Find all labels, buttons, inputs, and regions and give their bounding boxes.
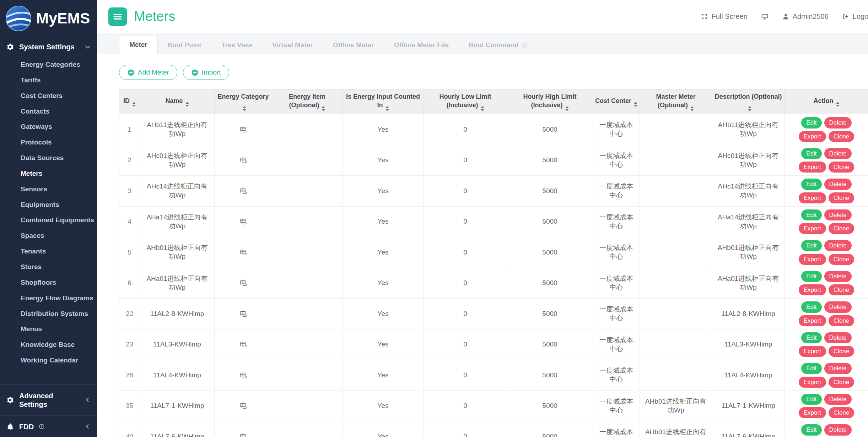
edit-button[interactable]: Edit	[801, 271, 821, 282]
clone-button[interactable]: Clone	[829, 284, 854, 295]
sidebar-item-stores[interactable]: Stores	[0, 259, 97, 275]
sidebar-item-equipments[interactable]: Equipments	[0, 197, 97, 213]
delete-button[interactable]: Delete	[824, 117, 852, 128]
tab-virtual-meter[interactable]: Virtual Meter	[262, 36, 323, 54]
cell-low-limit: 0	[424, 237, 507, 268]
sidebar-item-menus[interactable]: Menus	[0, 321, 97, 337]
clone-button[interactable]: Clone	[829, 162, 854, 173]
sidebar-item-tenants[interactable]: Tenants	[0, 244, 97, 259]
sidebar-item-spaces[interactable]: Spaces	[0, 228, 97, 244]
clone-button[interactable]: Clone	[829, 254, 854, 265]
export-button[interactable]: Export	[799, 407, 826, 418]
sidebar-item-sensors[interactable]: Sensors	[0, 181, 97, 197]
export-button[interactable]: Export	[799, 131, 826, 142]
display-button[interactable]	[761, 13, 769, 20]
tab-meter[interactable]: Meter	[119, 35, 158, 54]
sidebar-item-combined-equipments[interactable]: Combined Equipments	[0, 212, 97, 228]
fullscreen-button[interactable]: Full Screen	[701, 12, 747, 21]
clone-button[interactable]: Clone	[829, 131, 854, 142]
sidebar-section-toggle-advanced-settings[interactable]: Advanced Settings	[0, 385, 97, 415]
delete-button[interactable]: Delete	[824, 301, 852, 312]
menu-toggle-button[interactable]	[108, 7, 127, 26]
clone-button[interactable]: Clone	[829, 192, 854, 203]
export-button[interactable]: Export	[799, 377, 826, 388]
edit-button[interactable]: Edit	[801, 148, 821, 159]
delete-button[interactable]: Delete	[824, 363, 852, 374]
sidebar-item-contacts[interactable]: Contacts	[0, 104, 97, 119]
delete-button[interactable]: Delete	[824, 179, 852, 190]
tab-tree-view[interactable]: Tree View	[211, 36, 262, 54]
export-button[interactable]: Export	[799, 162, 826, 173]
export-button[interactable]: Export	[799, 192, 826, 203]
cell-action: EditDeleteExportClone	[785, 421, 868, 437]
export-button[interactable]: Export	[799, 284, 826, 295]
import-button[interactable]: Import	[183, 65, 229, 80]
tab-label: Bind Command	[469, 41, 518, 49]
clone-button[interactable]: Clone	[829, 223, 854, 234]
clone-button[interactable]: Clone	[829, 377, 854, 388]
tab-offline-meter[interactable]: Offline Meter	[323, 36, 384, 54]
tab-offline-meter-file[interactable]: Offline Meter File	[384, 36, 459, 54]
delete-button[interactable]: Delete	[824, 271, 852, 282]
clone-button[interactable]: Clone	[829, 407, 854, 418]
sidebar-item-energy-flow-diagrams[interactable]: Energy Flow Diagrams	[0, 290, 97, 306]
clone-button[interactable]: Clone	[829, 315, 854, 326]
brand-logo[interactable]: MyEMS	[0, 0, 97, 37]
cell-counted-in: Yes	[343, 268, 424, 299]
add-meter-button[interactable]: Add Meter	[119, 65, 177, 80]
column-header-hourly-low-limit-inclusive[interactable]: Hourly Low Limit (Inclusive)	[424, 89, 507, 114]
edit-button[interactable]: Edit	[801, 209, 821, 220]
export-button[interactable]: Export	[799, 346, 826, 357]
export-button[interactable]: Export	[799, 223, 826, 234]
edit-button[interactable]: Edit	[801, 117, 821, 128]
tab-bind-command[interactable]: Bind Command	[459, 36, 538, 54]
sidebar-item-cost-centers[interactable]: Cost Centers	[0, 88, 97, 104]
sidebar-section-toggle-fdd[interactable]: FDD	[0, 416, 97, 437]
content: Add Meter Import IDNameEnergy CategoryEn…	[97, 54, 868, 437]
column-header-is-energy-input-counted-in[interactable]: Is Energy Input Counted In	[343, 89, 424, 114]
column-header-name[interactable]: Name	[140, 89, 215, 114]
sidebar-item-protocols[interactable]: Protocols	[0, 135, 97, 150]
sidebar-item-meters[interactable]: Meters	[0, 166, 97, 181]
delete-button[interactable]: Delete	[824, 394, 852, 405]
cell-energy-category: 电	[215, 145, 272, 176]
sidebar-section-toggle-system-settings[interactable]: System Settings	[0, 37, 97, 57]
edit-button[interactable]: Edit	[801, 301, 821, 312]
sidebar-item-shopfloors[interactable]: Shopfloors	[0, 275, 97, 290]
column-header-master-meter-optional[interactable]: Master Meter (Optional)	[640, 89, 712, 114]
sidebar-item-data-sources[interactable]: Data Sources	[0, 150, 97, 166]
clone-button[interactable]: Clone	[829, 346, 854, 357]
cell-description: AHc01进线柜正向有功Wp	[712, 145, 785, 176]
logout-button[interactable]: Logout	[842, 12, 868, 21]
edit-button[interactable]: Edit	[801, 332, 821, 343]
delete-button[interactable]: Delete	[824, 209, 852, 220]
delete-button[interactable]: Delete	[824, 424, 852, 435]
user-menu[interactable]: Admin2506	[782, 12, 829, 21]
column-header-hourly-high-limit-inclusive[interactable]: Hourly High Limit (Inclusive)	[507, 89, 593, 114]
tab-bind-point[interactable]: Bind Point	[158, 36, 211, 54]
column-header-energy-category[interactable]: Energy Category	[215, 89, 272, 114]
export-button[interactable]: Export	[799, 254, 826, 265]
cell-energy-category: 电	[215, 329, 272, 360]
edit-button[interactable]: Edit	[801, 179, 821, 190]
export-button[interactable]: Export	[799, 315, 826, 326]
column-header-energy-item-optional[interactable]: Energy Item (Optional)	[272, 89, 343, 114]
delete-button[interactable]: Delete	[824, 148, 852, 159]
column-header-description-optional[interactable]: Description (Optional)	[712, 89, 785, 114]
sidebar-item-gateways[interactable]: Gateways	[0, 119, 97, 135]
sidebar-item-tariffs[interactable]: Tariffs	[0, 72, 97, 88]
edit-button[interactable]: Edit	[801, 424, 821, 435]
action-buttons: EditDeleteExportClone	[788, 301, 864, 326]
sidebar-item-distribution-systems[interactable]: Distribution Systems	[0, 306, 97, 322]
edit-button[interactable]: Edit	[801, 394, 821, 405]
column-header-action[interactable]: Action	[785, 89, 868, 114]
sidebar-item-knowledge-base[interactable]: Knowledge Base	[0, 337, 97, 353]
edit-button[interactable]: Edit	[801, 240, 821, 251]
delete-button[interactable]: Delete	[824, 332, 852, 343]
edit-button[interactable]: Edit	[801, 363, 821, 374]
column-header-id[interactable]: ID	[119, 89, 140, 114]
sidebar-item-working-calendar[interactable]: Working Calendar	[0, 353, 97, 368]
column-header-cost-center[interactable]: Cost Center	[593, 89, 640, 114]
sidebar-item-energy-categories[interactable]: Energy Categories	[0, 57, 97, 72]
delete-button[interactable]: Delete	[824, 240, 852, 251]
